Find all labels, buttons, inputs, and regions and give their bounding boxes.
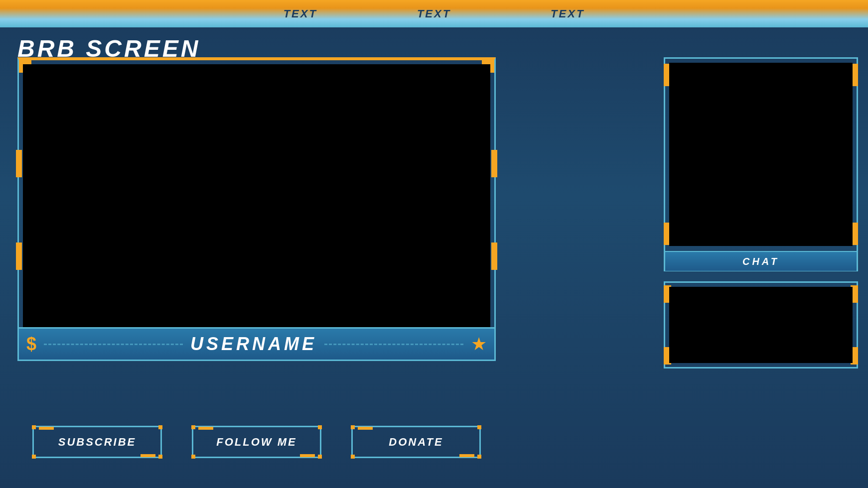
side-notch-right-top (491, 150, 497, 177)
dashes-right (324, 344, 463, 345)
video-area (23, 64, 490, 327)
username-bar: $ USERNAME ★ (19, 327, 494, 360)
username-text: USERNAME (190, 334, 317, 355)
subscribe-button[interactable]: SUBSCRIBE (32, 426, 162, 458)
chat-panel: CHAT (664, 57, 858, 271)
side-notch-right-bottom (491, 243, 497, 270)
top-bar: TEXT TEXT TEXT (0, 0, 868, 27)
bottom-video-area (669, 287, 853, 363)
dashes-left (44, 344, 183, 345)
chat-label-bar: CHAT (665, 251, 857, 271)
top-bar-text-3: TEXT (551, 7, 584, 20)
btn-corner-tl-3 (351, 425, 355, 429)
chat-label-text: CHAT (742, 256, 779, 267)
donate-label: DONATE (389, 436, 443, 449)
follow-button[interactable]: FOLLOW ME (192, 426, 321, 458)
buttons-area: SUBSCRIBE FOLLOW ME DONATE (17, 426, 496, 458)
btn-corner-bl-3 (351, 455, 355, 459)
chat-video-area (669, 63, 853, 246)
btn-corner-tr-1 (158, 425, 162, 429)
donate-button[interactable]: DONATE (351, 426, 481, 458)
btn-corner-tr-2 (318, 425, 322, 429)
side-notch-left-bottom (16, 243, 22, 270)
main-screen: $ USERNAME ★ (17, 57, 496, 361)
btn-corner-tl-1 (32, 425, 36, 429)
btn-corner-bl-2 (191, 455, 195, 459)
bottom-panel (664, 281, 858, 368)
follow-label: FOLLOW ME (216, 436, 296, 449)
side-notch-left-top (16, 150, 22, 177)
btn-corner-tl-2 (191, 425, 195, 429)
btn-corner-bl-1 (32, 455, 36, 459)
star-icon: ★ (471, 334, 487, 355)
subscribe-label: SUBSCRIBE (58, 436, 137, 449)
btn-corner-br-1 (158, 455, 162, 459)
main-frame: $ USERNAME ★ (17, 57, 496, 361)
right-panels: CHAT (664, 57, 858, 368)
top-bar-text-2: TEXT (417, 7, 451, 20)
top-bar-text-1: TEXT (284, 7, 317, 20)
dollar-icon: $ (26, 334, 36, 355)
btn-corner-br-2 (318, 455, 322, 459)
btn-corner-br-3 (477, 455, 481, 459)
btn-corner-tr-3 (477, 425, 481, 429)
